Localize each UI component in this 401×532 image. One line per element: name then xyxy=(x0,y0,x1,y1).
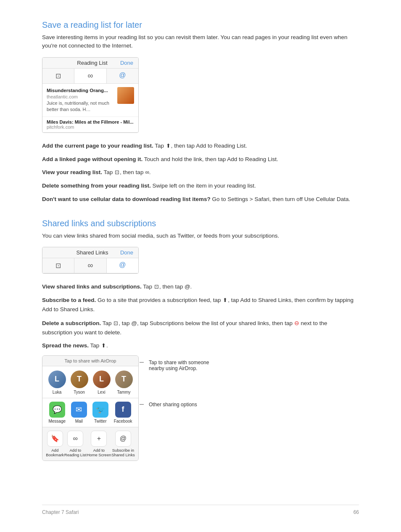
message-icon: 💬 xyxy=(49,402,65,418)
add-reading-list-label: Add toReading List xyxy=(64,448,87,457)
mail-icon: ✉ xyxy=(71,402,87,418)
avatar-luka: L xyxy=(48,371,66,388)
share-app-message[interactable]: 💬 Message xyxy=(48,402,66,423)
reading-list-heading: Save a reading list for later xyxy=(42,20,359,30)
sl-book-icon-2: ⊡ xyxy=(113,319,118,328)
share-icon-inline: ⬆ xyxy=(166,142,171,151)
item-2-site: pitchfork.com xyxy=(47,124,134,130)
mail-app-label: Mail xyxy=(75,419,83,423)
shared-links-intro: You can view links shared from social me… xyxy=(42,232,359,240)
shared-links-toolbar: Shared Links Done xyxy=(42,247,138,258)
rl-5-bold: Don't want to use cellular data to downl… xyxy=(42,196,211,202)
sl-instruction-2: Subscribe to a feed. Go to a site that p… xyxy=(42,296,359,314)
tab-reading-list[interactable]: ∞ xyxy=(74,69,106,83)
share-person-tammy[interactable]: T Tammy xyxy=(115,371,133,394)
rl-4-bold: Delete something from your reading list. xyxy=(42,183,151,189)
share-apps-row: 💬 Message ✉ Mail 🐦 Twitter f Facebook xyxy=(42,398,138,427)
share-person-luka[interactable]: L Luka xyxy=(48,371,66,394)
callout-dash-1 xyxy=(140,362,144,363)
share-person-tyson[interactable]: T Tyson xyxy=(71,371,88,394)
add-home-screen-icon: + xyxy=(91,431,107,447)
shared-links-toolbar-title: Shared Links xyxy=(64,249,120,256)
subscribe-shared-links-icon: @ xyxy=(115,431,131,447)
reading-list-item-1: Misunderstanding Orang... theatlantic.co… xyxy=(42,84,138,117)
share-sheet-container: Tap to share with AirDrop L Luka T Tyson… xyxy=(42,355,359,461)
book-icon-inline: ⊡ xyxy=(115,168,119,177)
person-tyson-name: Tyson xyxy=(74,390,85,394)
avatar-tyson: T xyxy=(71,371,88,388)
reading-list-toolbar: Reading List Done xyxy=(42,58,138,69)
sl-2-bold: Subscribe to a feed. xyxy=(42,297,96,303)
add-bookmark-label: AddBookmark xyxy=(46,448,64,457)
reading-list-icon: ∞ xyxy=(88,71,93,80)
share-action-home-screen[interactable]: + Add toHome Screen xyxy=(87,431,111,457)
facebook-icon: f xyxy=(115,402,131,418)
tab-bookmarks[interactable]: ⊡ xyxy=(42,69,74,83)
sl-instruction-1: View shared links and subscriptions. Tap… xyxy=(42,282,359,291)
callout-annotations: Tap to share with someone nearby using A… xyxy=(145,355,213,408)
rl-instruction-3: View your reading list. Tap ⊡, then tap … xyxy=(42,168,359,177)
rl-2-bold: Add a linked page without opening it. xyxy=(42,156,142,162)
tab-shared-links[interactable]: @ xyxy=(107,69,138,83)
sl-4-text: Tap ⬆. xyxy=(90,342,108,349)
share-action-reading-list[interactable]: ∞ Add toReading List xyxy=(64,431,87,457)
twitter-app-label: Twitter xyxy=(94,419,106,423)
airdrop-header-text: Tap to share with AirDrop xyxy=(65,358,116,363)
rl-instruction-1: Add the current page to your reading lis… xyxy=(42,141,359,151)
share-people-row: L Luka T Tyson L Lexi T Tammy xyxy=(42,366,138,398)
sl-instruction-3: Delete a subscription. Tap ⊡, tap @, tap… xyxy=(42,318,359,337)
at-icon: @ xyxy=(119,71,126,79)
sl-tab-bookmarks[interactable]: ⊡ xyxy=(42,258,74,273)
footer-page-number: 66 xyxy=(354,509,359,515)
page-content: Save a reading list for later Save inter… xyxy=(0,0,401,510)
sl-share-icon-2: ⬆ xyxy=(101,341,106,350)
bookmarks-icon: ⊡ xyxy=(55,72,61,79)
reading-list-done-button[interactable]: Done xyxy=(120,60,133,66)
add-home-screen-label: Add toHome Screen xyxy=(87,448,111,457)
share-person-lexi[interactable]: L Lexi xyxy=(93,371,111,394)
item-1-site: theatlantic.com xyxy=(47,94,114,100)
message-app-label: Message xyxy=(48,419,66,423)
callout-dash-2 xyxy=(140,404,144,405)
sl-book-icon: ⊡ xyxy=(154,283,159,291)
callout-airdrop: Tap to share with someone nearby using A… xyxy=(145,360,213,371)
avatar-tammy: T xyxy=(115,371,133,388)
shared-links-done-button[interactable]: Done xyxy=(120,249,133,256)
reading-list-toolbar-title: Reading List xyxy=(64,60,120,66)
sl-4-bold: Spread the news. xyxy=(42,342,89,349)
facebook-app-label: Facebook xyxy=(114,419,132,423)
sl-tab-at[interactable]: @ xyxy=(107,258,138,273)
share-app-mail[interactable]: ✉ Mail xyxy=(71,402,87,423)
item-2-title: Miles Davis: Miles at the Fillmore - Mil… xyxy=(47,119,134,124)
share-actions-row: 🔖 AddBookmark ∞ Add toReading List + Add… xyxy=(42,427,138,461)
twitter-icon: 🐦 xyxy=(92,402,108,418)
rl-1-bold: Add the current page to your reading lis… xyxy=(42,143,153,149)
share-action-subscribe[interactable]: @ Subscribe inShared Links xyxy=(111,431,135,457)
reading-list-section: Save a reading list for later Save inter… xyxy=(42,20,359,204)
item-1-thumbnail xyxy=(117,87,134,104)
share-action-bookmark[interactable]: 🔖 AddBookmark xyxy=(46,431,64,457)
sl-share-icon: ⬆ xyxy=(223,296,227,305)
person-tammy-name: Tammy xyxy=(117,390,130,394)
rl-3-text: Tap ⊡, then tap ∞. xyxy=(104,169,151,175)
person-luka-name: Luka xyxy=(53,390,62,394)
rl-1-text: Tap ⬆, then tap Add to Reading List. xyxy=(155,143,247,149)
callout-other-sharing-text: Other sharing options xyxy=(149,402,197,408)
callout-other-sharing: Other sharing options xyxy=(145,402,213,408)
share-app-facebook[interactable]: f Facebook xyxy=(114,402,132,423)
reading-list-item-2: Miles Davis: Miles at the Fillmore - Mil… xyxy=(42,117,138,132)
shared-links-heading: Shared links and subscriptions xyxy=(42,219,359,228)
reading-list-intro: Save interesting items in your reading l… xyxy=(42,33,359,50)
sl-tab-reading-list[interactable]: ∞ xyxy=(74,258,106,273)
sl-1-bold: View shared links and subscriptions. xyxy=(42,283,142,290)
add-bookmark-icon: 🔖 xyxy=(47,431,63,447)
footer-chapter: Chapter 7 Safari xyxy=(42,509,79,515)
sl-bookmarks-icon: ⊡ xyxy=(55,262,61,269)
rl-instruction-2: Add a linked page without opening it. To… xyxy=(42,155,359,164)
rl-4-text: Swipe left on the item in your reading l… xyxy=(153,183,256,189)
rl-instruction-4: Delete something from your reading list.… xyxy=(42,181,359,191)
share-app-twitter[interactable]: 🐦 Twitter xyxy=(92,402,108,423)
subscribe-shared-links-label: Subscribe inShared Links xyxy=(111,448,135,457)
rl-5-text: Go to Settings > Safari, then turn off U… xyxy=(212,196,351,202)
sl-instruction-4: Spread the news. Tap ⬆. xyxy=(42,341,359,350)
